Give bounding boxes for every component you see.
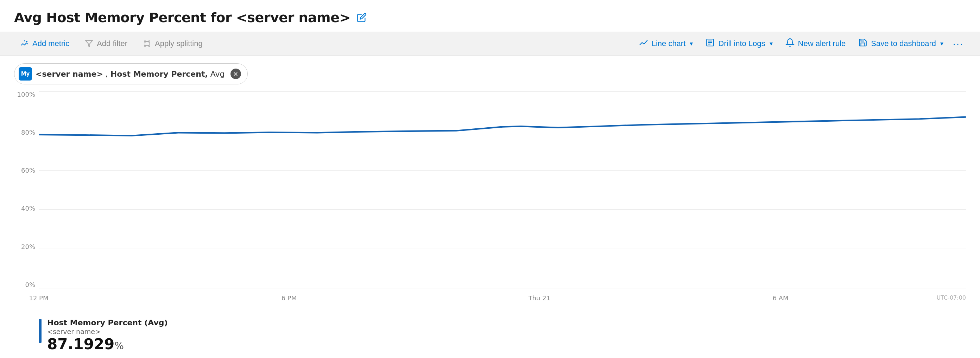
- y-label-60: 60%: [21, 167, 35, 174]
- y-label-80: 80%: [21, 130, 35, 136]
- save-dashboard-button[interactable]: Save to dashboard ▾: [853, 35, 949, 53]
- chart-wrapper: 100% 80% 60% 40% 20% 0%: [14, 92, 966, 309]
- x-label-6am: 6 AM: [772, 295, 788, 302]
- svg-point-6: [148, 41, 150, 42]
- x-label-thu21: Thu 21: [528, 295, 550, 302]
- new-alert-rule-label: New alert rule: [798, 39, 846, 48]
- x-axis: 12 PM 6 PM Thu 21 6 AM UTC-07:00: [39, 291, 966, 309]
- svg-point-8: [148, 45, 150, 46]
- new-alert-rule-icon: [785, 38, 795, 49]
- svg-point-1: [24, 40, 25, 41]
- toolbar: Add metric Add filter: [0, 32, 980, 55]
- legend-unit: %: [115, 340, 124, 352]
- line-chart-icon: [639, 38, 648, 49]
- legend-area: Host Memory Percent (Avg) <server name> …: [0, 313, 980, 358]
- chart-plot: [39, 92, 966, 288]
- line-chart-label: Line chart: [652, 39, 686, 48]
- legend-text: Host Memory Percent (Avg) <server name> …: [47, 318, 168, 352]
- svg-marker-4: [86, 40, 92, 47]
- metric-aggregation: Avg: [210, 70, 225, 78]
- legend-value-number: 87.1929: [47, 336, 115, 353]
- apply-splitting-button[interactable]: Apply splitting: [137, 35, 209, 52]
- x-label-12pm: 12 PM: [29, 295, 48, 302]
- toolbar-left: Add metric Add filter: [14, 35, 209, 52]
- add-filter-button[interactable]: Add filter: [78, 35, 134, 52]
- legend-title: Host Memory Percent (Avg): [47, 318, 168, 327]
- main-container: Avg Host Memory Percent for <server name…: [0, 0, 980, 358]
- chart-line: [39, 117, 966, 136]
- edit-icon[interactable]: [357, 13, 367, 22]
- save-dashboard-label: Save to dashboard: [871, 39, 936, 48]
- legend-value: 87.1929%: [47, 336, 168, 352]
- add-filter-label: Add filter: [97, 39, 127, 48]
- drill-logs-button[interactable]: Drill into Logs ▾: [700, 35, 778, 53]
- save-dashboard-icon: [858, 38, 867, 49]
- metric-tag: My <server name> , Host Memory Percent, …: [14, 63, 248, 84]
- y-label-20: 20%: [21, 244, 35, 250]
- drill-logs-icon: [706, 38, 715, 49]
- chart-line-svg: [39, 92, 966, 288]
- svg-point-7: [144, 45, 146, 46]
- svg-point-5: [144, 41, 146, 42]
- apply-splitting-icon: [143, 40, 151, 48]
- chart-area: 100% 80% 60% 40% 20% 0%: [0, 88, 980, 313]
- legend-server: <server name>: [47, 328, 168, 336]
- y-label-40: 40%: [21, 205, 35, 212]
- y-label-0: 0%: [25, 282, 35, 288]
- metric-tag-server: <server name> , Host Memory Percent, Avg: [35, 70, 225, 78]
- toolbar-right: Line chart ▾ Drill into Logs ▾: [633, 35, 966, 53]
- more-options-icon: ···: [953, 38, 964, 49]
- drill-logs-label: Drill into Logs: [718, 39, 765, 48]
- add-metric-label: Add metric: [32, 39, 69, 48]
- new-alert-rule-button[interactable]: New alert rule: [780, 35, 851, 53]
- metric-icon-text: My: [21, 71, 30, 77]
- add-filter-icon: [85, 40, 93, 48]
- add-metric-icon: [21, 40, 29, 48]
- metric-tag-icon: My: [19, 67, 32, 81]
- metric-tag-close-button[interactable]: ✕: [231, 68, 241, 79]
- page-header: Avg Host Memory Percent for <server name…: [0, 0, 980, 32]
- more-options-button[interactable]: ···: [950, 36, 966, 51]
- metric-tag-area: My <server name> , Host Memory Percent, …: [0, 55, 980, 88]
- y-label-100: 100%: [17, 92, 35, 98]
- metric-comma: ,: [105, 70, 108, 78]
- grid-line-0: [39, 288, 966, 288]
- utc-label: UTC-07:00: [936, 295, 966, 301]
- line-chart-button[interactable]: Line chart ▾: [633, 35, 699, 53]
- apply-splitting-label: Apply splitting: [155, 39, 203, 48]
- y-axis: 100% 80% 60% 40% 20% 0%: [14, 92, 39, 288]
- drill-logs-chevron: ▾: [770, 40, 773, 48]
- line-chart-chevron: ▾: [690, 40, 693, 48]
- legend-color-bar: [39, 319, 41, 343]
- page-title: Avg Host Memory Percent for <server name…: [14, 10, 350, 25]
- x-label-6pm: 6 PM: [282, 295, 297, 302]
- add-metric-button[interactable]: Add metric: [14, 35, 76, 52]
- save-dashboard-chevron: ▾: [940, 40, 943, 48]
